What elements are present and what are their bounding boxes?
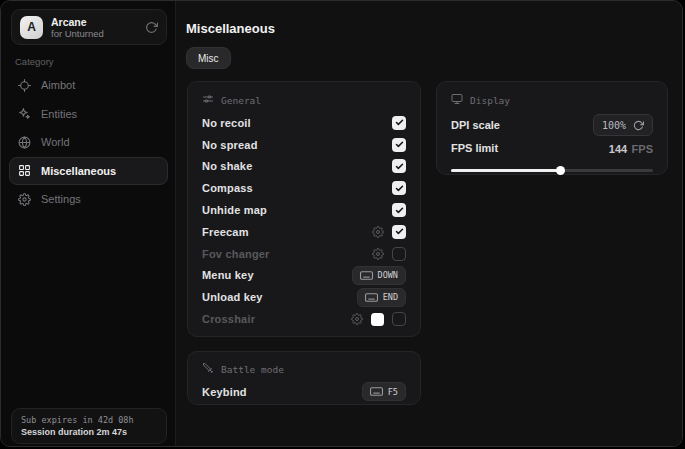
setting-row-no-shake: No shake [202,156,406,178]
sidebar-item-label: World [41,136,70,148]
settings-gear-icon[interactable] [351,313,363,325]
setting-row-unload-key: Unload key END [202,286,406,308]
checkbox-freecam[interactable] [392,225,406,239]
setting-label: DPI scale [451,119,500,131]
app-header-card: A Arcane for Unturned [11,9,167,45]
setting-label: Fov changer [202,248,270,260]
globe-icon [18,136,31,149]
sidebar-item-label: Entities [41,108,77,120]
panel-title: General [221,95,261,106]
sidebar-item-settings[interactable]: Settings [9,185,168,214]
setting-row-fps-limit: FPS limit 144 FPS [451,138,653,158]
setting-label: No recoil [202,117,251,129]
sidebar-item-label: Settings [41,193,81,205]
slider-thumb[interactable] [556,166,565,175]
session-duration-text: Session duration 2m 47s [21,427,157,437]
sidebar-item-entities[interactable]: Entities [9,100,168,129]
page-title: Miscellaneous [186,21,275,36]
fps-value: 144 [609,143,627,155]
setting-row-compass: Compass [202,177,406,199]
checkbox-crosshair[interactable] [392,312,406,326]
color-swatch[interactable] [371,313,384,326]
checkbox-no-shake[interactable] [392,159,406,173]
settings-gear-icon[interactable] [372,226,384,238]
setting-row-fov-changer: Fov changer [202,243,406,265]
setting-label: FPS limit [451,142,498,154]
setting-label: No shake [202,160,253,172]
gear-icon [18,193,31,206]
sidebar-item-world[interactable]: World [9,128,168,157]
setting-label: Keybind [202,386,247,398]
dpi-value: 100% [602,120,626,131]
tab-misc[interactable]: Misc [186,47,231,69]
sidebar-item-label: Aimbot [41,79,75,91]
keybind-button-unload-key[interactable]: END [357,288,406,307]
setting-row-freecam: Freecam [202,221,406,243]
monitor-icon [451,93,463,107]
setting-label: Unload key [202,291,263,303]
keybind-value: F5 [388,387,398,397]
sliders-icon [202,93,214,107]
checkbox-no-recoil[interactable] [392,116,406,130]
app-title: Arcane [51,16,104,28]
fps-limit-slider[interactable] [451,165,653,175]
fps-unit: FPS [632,143,653,155]
setting-label: No spread [202,139,258,151]
setting-label: Compass [202,182,253,194]
grid-icon [18,164,31,177]
display-panel: Display DPI scale 100% FPS limit 144 FPS [436,81,668,175]
app-window: A Arcane for Unturned Category Aimbot [0,0,683,447]
keybind-button-menu-key[interactable]: DOWN [352,266,406,285]
keybind-value: END [383,292,398,302]
subscription-card: Sub expires in 42d 08h Session duration … [11,408,167,444]
checkbox-compass[interactable] [392,181,406,195]
sidebar-item-label: Miscellaneous [41,165,116,177]
checkbox-no-spread[interactable] [392,138,406,152]
panel-title: Battle mode [221,364,284,375]
avatar: A [20,16,43,39]
category-label: Category [15,56,54,67]
setting-row-keybind: Keybind F5 [202,381,406,403]
keyboard-icon [365,293,378,302]
settings-gear-icon[interactable] [372,248,384,260]
checkbox-fov-changer[interactable] [392,247,406,261]
general-panel: General No recoil No spread No shake Com… [187,81,421,337]
dpi-scale-value[interactable]: 100% [593,114,653,136]
setting-row-dpi-scale: DPI scale 100% [451,112,653,138]
setting-label: Unhide map [202,204,267,216]
battle-mode-panel: Battle mode Keybind F5 [187,351,421,405]
setting-row-menu-key: Menu key DOWN [202,265,406,287]
app-subtitle: for Unturned [51,28,104,39]
setting-row-crosshair: Crosshair [202,308,406,330]
keyboard-icon [360,271,373,280]
keybind-button-battle[interactable]: F5 [362,382,406,401]
setting-label: Crosshair [202,313,255,325]
sidebar: A Arcane for Unturned Category Aimbot [1,1,176,446]
sidebar-nav: Aimbot Entities World Miscellaneous [9,71,168,214]
setting-label: Freecam [202,226,249,238]
setting-row-no-recoil: No recoil [202,112,406,134]
keybind-value: DOWN [378,270,398,280]
checkbox-unhide-map[interactable] [392,203,406,217]
sparkles-icon [18,107,31,120]
setting-label: Menu key [202,269,254,281]
panel-title: Display [470,95,510,106]
main-content: Miscellaneous Misc General No recoil No … [177,1,683,446]
sidebar-item-miscellaneous[interactable]: Miscellaneous [9,157,168,186]
reset-icon[interactable] [633,120,644,131]
swords-icon [202,362,214,376]
crosshair-icon [18,79,31,92]
keyboard-icon [370,387,383,396]
fps-slider-fill [451,169,560,172]
restart-icon[interactable] [145,21,158,34]
setting-row-no-spread: No spread [202,134,406,156]
sub-expires-text: Sub expires in 42d 08h [21,415,157,425]
setting-row-unhide-map: Unhide map [202,199,406,221]
sidebar-item-aimbot[interactable]: Aimbot [9,71,168,100]
